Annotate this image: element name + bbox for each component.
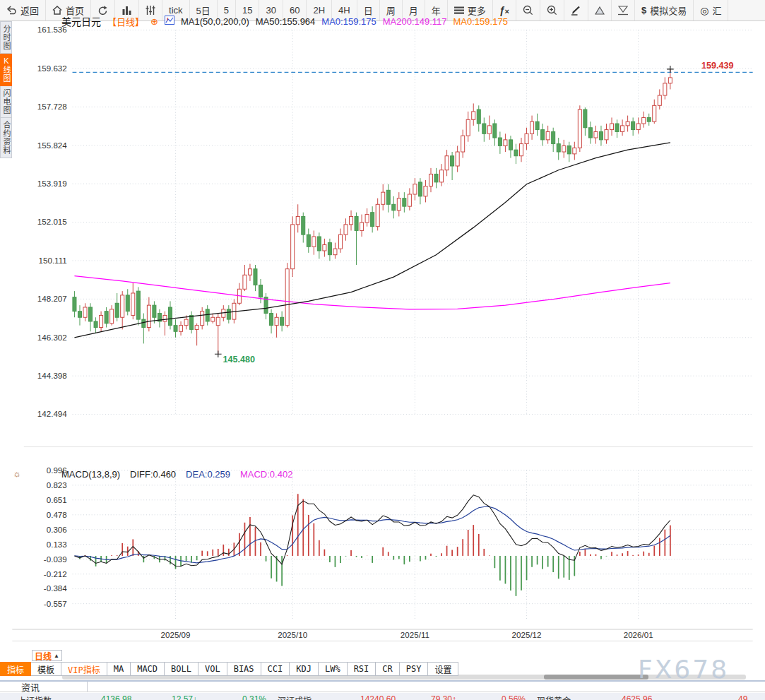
candle-body xyxy=(477,109,480,124)
candle-body xyxy=(557,144,560,152)
candle-body xyxy=(392,204,396,210)
candle-body xyxy=(413,184,417,194)
ticker-item[interactable]: 49 xyxy=(738,694,747,700)
candle-body xyxy=(440,170,444,182)
ticker-item[interactable]: 上证指数 xyxy=(18,694,52,700)
draw-button[interactable] xyxy=(564,0,588,20)
candle-body xyxy=(168,307,172,326)
candle-body xyxy=(323,244,326,251)
candle-body xyxy=(397,198,401,210)
candle-body xyxy=(94,321,97,328)
candle-body xyxy=(83,307,87,317)
triangle-down-button[interactable] xyxy=(612,0,635,20)
ticker-item[interactable]: 0.31% xyxy=(242,694,266,700)
y-axis-label: 155.824 xyxy=(37,141,68,150)
candle-body xyxy=(110,309,114,324)
sim-trade-button[interactable]: $模拟交易 xyxy=(635,0,694,20)
tab-设置[interactable]: 设置 xyxy=(428,662,458,676)
ticker-item[interactable]: 12.57↓ xyxy=(172,694,197,700)
ma-settings-label: MA1(50,0,200,0) xyxy=(181,16,249,27)
ticker-item[interactable]: 0.56% xyxy=(502,694,526,700)
candle-body xyxy=(302,216,305,235)
candle-body xyxy=(626,121,629,126)
candle-body xyxy=(605,130,608,140)
candle-body xyxy=(328,243,331,255)
chart-canvas[interactable]: 161.536159.632157.728155.824153.919152.0… xyxy=(0,21,765,661)
candle-body xyxy=(89,307,93,321)
period-selector-dropdown[interactable]: 日线 ▲ xyxy=(32,650,62,661)
macd-settings-icon[interactable]: ☼ xyxy=(13,468,21,479)
ticker-item[interactable]: 4625.96 xyxy=(622,694,652,700)
triangle-down-icon xyxy=(618,6,628,16)
tab-PSY[interactable]: PSY xyxy=(400,662,429,676)
tab-KDJ[interactable]: KDJ xyxy=(290,662,319,676)
period-label: 【日线】 xyxy=(107,15,144,28)
site-logo-button[interactable]: ◎汇 xyxy=(694,0,728,20)
candle-body xyxy=(100,315,103,327)
triangle-up-button[interactable] xyxy=(588,0,612,20)
candle-body xyxy=(408,194,411,206)
candle-body xyxy=(403,198,406,206)
candle-body xyxy=(498,138,502,146)
zoom-out-button[interactable] xyxy=(516,0,540,20)
tab-MACD[interactable]: MACD xyxy=(131,662,165,676)
candle-body xyxy=(211,317,215,321)
ma200-line xyxy=(74,276,670,309)
tab-RSI[interactable]: RSI xyxy=(348,662,376,676)
macd-y-axis-label: -0.039 xyxy=(44,554,67,564)
y-axis-label: 146.302 xyxy=(37,333,67,342)
candle-body xyxy=(355,216,358,230)
ticker-item[interactable]: 深证成指 xyxy=(278,694,312,700)
tab-news[interactable]: 资讯 xyxy=(0,682,88,692)
candle-body xyxy=(259,285,262,297)
sidebar-item-分时图[interactable]: 分时图 xyxy=(0,21,12,54)
back-button[interactable]: 返回 xyxy=(0,0,46,20)
candle-body xyxy=(136,291,140,319)
x-axis-label: 2025/10 xyxy=(278,630,307,639)
ticker-item[interactable]: 14240.60 xyxy=(360,694,396,700)
candle-body xyxy=(381,192,385,204)
tab-CCI[interactable]: CCI xyxy=(261,662,290,676)
ticker-item[interactable]: 79.30↑ xyxy=(431,694,456,700)
candle-body xyxy=(163,315,167,321)
ticker-item[interactable]: 4136.98 xyxy=(101,694,131,700)
symbol-name: 美元日元 xyxy=(61,14,101,28)
y-axis-label: 144.398 xyxy=(37,371,67,380)
candle-body xyxy=(519,144,523,156)
tab-LW%[interactable]: LW% xyxy=(319,662,348,676)
candle-body xyxy=(248,269,251,275)
sidebar-item-合约资料[interactable]: 合约资料 xyxy=(0,118,12,158)
sidebar-item-K线图[interactable]: K线图 xyxy=(0,54,12,86)
low-cross-marker xyxy=(215,350,222,357)
candle-body xyxy=(344,225,348,235)
tab-MA[interactable]: MA xyxy=(107,662,131,676)
candle-body xyxy=(647,117,651,121)
candle-body xyxy=(562,146,566,152)
x-axis-label: 2025/09 xyxy=(161,630,191,639)
candle-body xyxy=(243,275,247,289)
zoom-in-button[interactable] xyxy=(540,0,564,20)
ticker-item[interactable]: 现货黄金 xyxy=(537,694,571,700)
tab-CR[interactable]: CR xyxy=(376,662,399,676)
kline-mini-icon[interactable] xyxy=(165,16,174,27)
tab-VOL[interactable]: VOL xyxy=(198,662,227,676)
tab-BOLL[interactable]: BOLL xyxy=(165,662,198,676)
macd-y-axis-label: 0.823 xyxy=(47,480,67,490)
candle-body xyxy=(296,216,300,224)
candle-body xyxy=(350,216,353,224)
add-compare-icon[interactable]: ⊕ xyxy=(150,16,158,27)
low-price-label: 145.480 xyxy=(223,355,255,364)
candle-body xyxy=(631,121,635,129)
tab-VIP指标[interactable]: VIP指标 xyxy=(61,662,107,676)
candle-body xyxy=(588,128,592,138)
candle-body xyxy=(610,124,614,130)
market-ticker[interactable]: 上证指数4136.9812.57↓0.31%深证成指14240.6079.30↑… xyxy=(0,693,765,700)
candle-body xyxy=(493,124,497,138)
tab-指标[interactable]: 指标 xyxy=(0,662,31,676)
tab-模板[interactable]: 模板 xyxy=(31,662,61,676)
macd-y-axis-label: 0.651 xyxy=(47,495,67,504)
sidebar-item-闪电图[interactable]: 闪电图 xyxy=(0,86,12,118)
candle-body xyxy=(530,121,534,134)
tab-BIAS[interactable]: BIAS xyxy=(227,662,261,676)
macd-diff-value: DIFF:0.460 xyxy=(130,469,176,480)
